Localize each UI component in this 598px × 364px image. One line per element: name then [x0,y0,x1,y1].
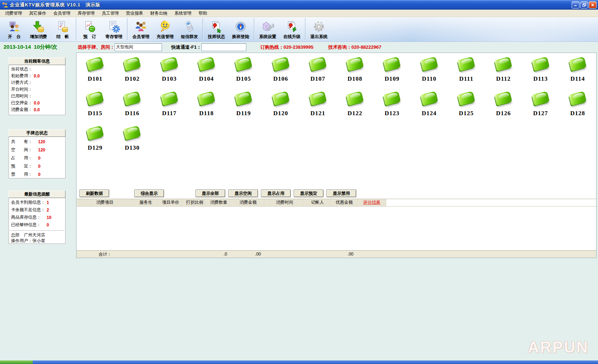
add-consume-button[interactable]: 增加消费 [26,17,51,42]
room-card[interactable]: D117 [151,89,188,123]
exit-system-button[interactable]: 退出系统 [307,17,331,42]
show-disabled-button[interactable]: 显示禁用 [326,189,356,197]
minimize-button[interactable] [572,1,579,9]
room-folder-icon [420,56,439,72]
members-button[interactable]: 会员管理 [129,17,153,42]
checkout-label: 结 帐 [56,34,69,40]
latest-notice-title: 最新信息提醒 [9,191,65,198]
consume-table-header: 消费项目 服务生 项目单价 打折比例 消费数量 消费金额 消费时间 记帐人 优惠… [77,199,596,207]
technician-status-button[interactable]: 技师状态 [204,17,229,42]
show-free-button[interactable]: 显示空闲 [228,189,258,197]
total-label: 合计： [77,251,133,258]
room-card[interactable]: D102 [114,54,151,89]
menu-reports[interactable]: 营业报表 [122,10,147,17]
system-settings-label: 系统设置 [259,34,276,40]
room-card[interactable]: D105 [225,54,262,89]
recharge-button[interactable]: 充值管理 [153,17,177,42]
online-upgrade-button[interactable]: 在线升级 [280,17,304,42]
notice-row-stock: 商品库存信息： 10 [9,214,65,221]
notice-row-card-expire: 会员卡到期信息： 1 [9,199,65,206]
room-card[interactable]: D106 [262,54,299,89]
room-card[interactable]: D108 [336,54,373,89]
taskbar-edge[interactable] [0,360,598,364]
room-grid: D101 D102 D103 D104 D105 D106 D107 D108 … [77,53,596,189]
room-card[interactable]: D125 [448,89,485,123]
header-waiter: 服务生 [133,199,158,206]
menu-other[interactable]: 其它操作 [26,10,50,17]
menu-help[interactable]: 帮助 [195,10,211,17]
toolbar-separator [203,18,203,40]
room-card[interactable]: D110 [411,54,448,89]
room-card[interactable]: D113 [522,54,559,89]
room-folder-icon [85,125,105,141]
system-settings-button[interactable]: 系统设置 [256,17,280,42]
technician-status-label: 技师状态 [208,34,225,40]
show-reserved-button[interactable]: 显示预定 [294,189,324,197]
room-card[interactable]: D122 [336,89,373,123]
room-card[interactable]: D127 [522,89,559,123]
sms-button[interactable]: 短信群发 [177,17,201,42]
shift-login-button[interactable]: 换班登陆 [229,17,253,42]
room-card[interactable]: D115 [77,89,114,123]
room-card[interactable]: D120 [262,89,299,123]
room-card[interactable]: D116 [114,89,151,123]
room-folder-icon [382,90,402,107]
room-card[interactable]: D130 [114,123,151,158]
header-amount: 消费金额 [231,199,265,206]
menu-system[interactable]: 系统管理 [171,10,195,17]
room-card[interactable]: D103 [151,54,188,89]
room-card[interactable]: D126 [485,89,522,123]
room-folder-icon [531,90,550,107]
deposit-button[interactable]: 寄存管理 [102,17,126,42]
menu-inventory[interactable]: 库存管理 [74,10,98,17]
start-button-edge[interactable] [0,360,33,364]
customer-row-usedtime: 已用时间： [9,93,65,100]
room-card[interactable]: D107 [299,54,336,89]
open-table-icon [8,20,21,33]
show-all-button[interactable]: 显示全部 [195,189,225,197]
room-card[interactable]: D114 [559,54,596,89]
menu-finance[interactable]: 财务出纳 [147,10,171,17]
room-folder-icon [382,56,402,72]
menu-members[interactable]: 会员管理 [50,10,74,17]
menu-consume[interactable]: 消费管理 [1,10,26,17]
room-label: D104 [188,75,225,82]
close-button[interactable] [589,1,597,9]
room-card[interactable]: D121 [299,89,336,123]
customer-row-amount: 消费金额： 0.0 [9,106,65,113]
handcard-row-occupied: 占 用： 0 [9,154,65,162]
reserve-button[interactable]: 预 订 [78,17,102,42]
show-occupied-button[interactable]: 显示占用 [261,189,291,197]
notice-divider [10,230,64,231]
restore-button[interactable] [580,1,588,9]
room-label: D113 [522,75,559,82]
open-table-button[interactable]: 开 台 [2,17,26,42]
room-card[interactable]: D118 [188,89,225,123]
room-card[interactable]: D104 [188,54,225,89]
handcard-status-title: 手牌总状态 [9,129,65,137]
checkout-button[interactable]: 结 帐 [51,17,75,42]
room-type-input[interactable] [115,43,162,51]
room-card[interactable]: D129 [77,123,114,158]
room-card[interactable]: D123 [373,89,410,123]
latest-notice-panel: 最新信息提醒 会员卡到期信息： 1 卡余额不足信息： 2 商品库存信息： 10 … [9,191,65,244]
menu-staff[interactable]: 员工管理 [98,10,122,17]
handcard-row-free: 空 闲： 120 [9,146,65,154]
room-card[interactable]: D111 [448,54,485,89]
room-folder-icon [160,90,179,107]
quick-channel-input[interactable] [201,43,246,51]
combined-display-button[interactable]: 综合显示 [134,189,164,197]
room-card[interactable]: D112 [485,54,522,89]
room-label: D102 [114,75,151,82]
room-card[interactable]: D124 [411,89,448,123]
room-card[interactable]: D101 [77,54,114,89]
room-folder-icon [197,56,216,72]
room-label: D129 [77,144,114,151]
room-card[interactable]: D109 [373,54,410,89]
header-score-result-link[interactable]: 评分结果 [358,199,386,206]
room-card[interactable]: D119 [225,89,262,123]
notice-row-card-balance: 卡余额不足信息： 2 [9,206,65,214]
refresh-data-button[interactable]: 刷新数据 [79,189,109,197]
infobar: 2013-10-14 10分钟/次 选择手牌、房间： 快速通道-F1： 订购热线… [0,42,598,52]
room-card[interactable]: D128 [559,89,596,123]
